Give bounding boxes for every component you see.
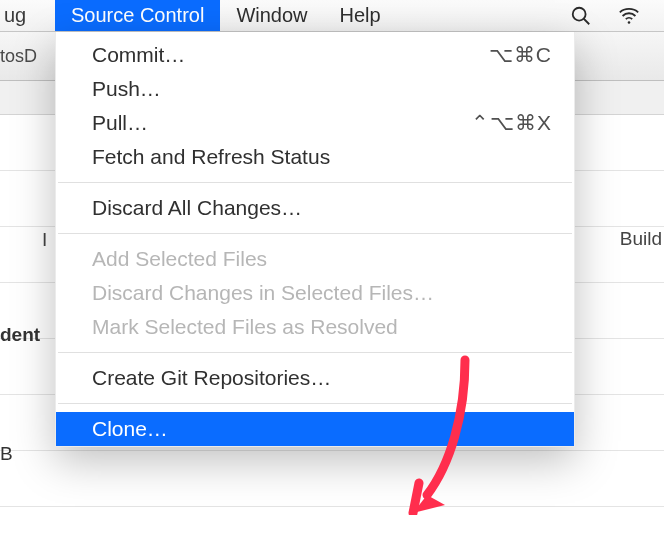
menu-label: Clone… [92, 417, 552, 441]
menubar-label: Source Control [71, 4, 204, 27]
row-left-fragment: I [42, 229, 47, 251]
menubar-item-source-control[interactable]: Source Control [55, 0, 220, 31]
menubar-prev-fragment: ug [0, 0, 55, 31]
svg-point-2 [628, 21, 631, 24]
menu-label: Push… [92, 77, 552, 101]
spotlight-search-icon[interactable] [570, 5, 592, 27]
menubar-item-window[interactable]: Window [220, 0, 323, 31]
menu-item-discard-all[interactable]: Discard All Changes… [56, 191, 574, 225]
svg-point-0 [573, 7, 586, 20]
left-letter-fragment: B [0, 443, 13, 465]
wifi-icon[interactable] [618, 5, 640, 27]
menu-item-fetch[interactable]: Fetch and Refresh Status [56, 140, 574, 174]
menubar: ug Source Control Window Help [0, 0, 664, 32]
right-fragment: Build [620, 228, 664, 250]
menu-label: Pull… [92, 111, 471, 135]
menubar-item-help[interactable]: Help [324, 0, 397, 31]
menu-item-clone[interactable]: Clone… [56, 412, 574, 446]
menu-item-create-git-repos[interactable]: Create Git Repositories… [56, 361, 574, 395]
left-bold-fragment: dent [0, 324, 40, 346]
menu-separator [58, 403, 572, 404]
menu-label: Discard Changes in Selected Files… [92, 281, 552, 305]
toolbar-left-fragment: tosD [0, 46, 37, 67]
menu-separator [58, 233, 572, 234]
menu-label: Fetch and Refresh Status [92, 145, 552, 169]
menu-separator [58, 352, 572, 353]
menu-item-commit[interactable]: Commit… ⌥⌘C [56, 38, 574, 72]
menu-item-add-selected: Add Selected Files [56, 242, 574, 276]
menu-shortcut: ⌃⌥⌘X [471, 111, 552, 135]
menu-label: Add Selected Files [92, 247, 552, 271]
menu-label: Mark Selected Files as Resolved [92, 315, 552, 339]
menu-label: Discard All Changes… [92, 196, 552, 220]
menubar-label: Window [236, 4, 307, 27]
menu-item-pull[interactable]: Pull… ⌃⌥⌘X [56, 106, 574, 140]
source-control-menu: Commit… ⌥⌘C Push… Pull… ⌃⌥⌘X Fetch and R… [55, 32, 575, 447]
menu-label: Commit… [92, 43, 489, 67]
menu-shortcut: ⌥⌘C [489, 43, 552, 67]
menu-label: Create Git Repositories… [92, 366, 552, 390]
menu-separator [58, 182, 572, 183]
menubar-label: Help [340, 4, 381, 27]
menu-item-push[interactable]: Push… [56, 72, 574, 106]
menu-item-discard-selected: Discard Changes in Selected Files… [56, 276, 574, 310]
menubar-status-icons [570, 0, 664, 31]
svg-line-1 [584, 18, 590, 24]
menu-item-mark-resolved: Mark Selected Files as Resolved [56, 310, 574, 344]
